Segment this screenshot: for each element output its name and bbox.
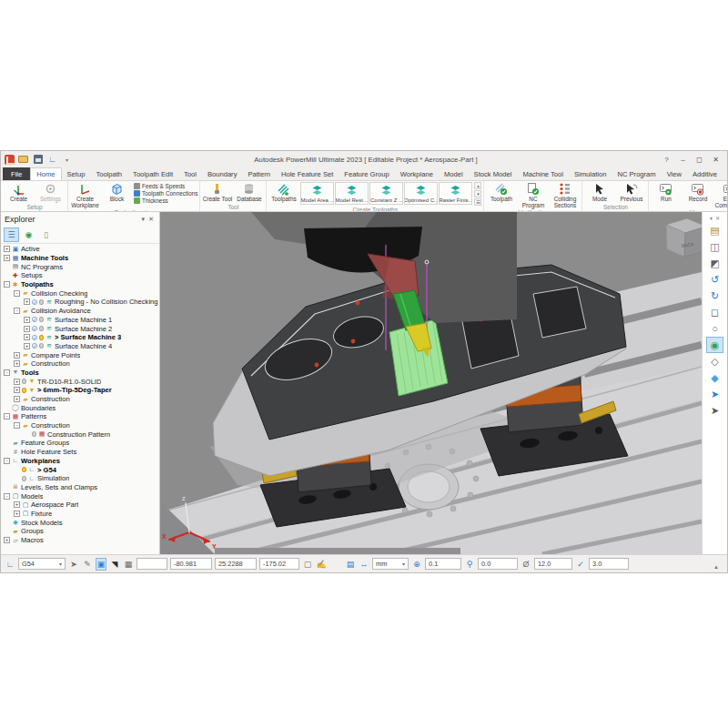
visibility-bulb-icon[interactable]: [22, 379, 26, 384]
shaded-view-button[interactable]: ◆: [706, 369, 723, 386]
view-toolbar-close-button[interactable]: ✕: [715, 215, 720, 221]
tree-expand-toggle[interactable]: +: [14, 501, 20, 508]
selection-previous-button[interactable]: Previous: [616, 182, 646, 203]
tree-item-patterns[interactable]: - Patterns: [1, 412, 159, 421]
wireframe-view-button[interactable]: ◇: [706, 353, 723, 369]
tab-home[interactable]: Home: [30, 167, 61, 180]
verify-toolpath-button[interactable]: Toolpath: [486, 182, 516, 203]
tree-item-construction-toolpaths[interactable]: + Construction: [1, 359, 159, 369]
qat-customize-button[interactable]: ▾: [61, 154, 73, 165]
tab-toolpath-edit[interactable]: Toolpath Edit: [127, 167, 178, 180]
workplane-quick-button[interactable]: ∟: [46, 154, 58, 165]
tab-additive[interactable]: Additive: [687, 167, 723, 180]
block-status-icon[interactable]: ▤: [345, 560, 356, 569]
tab-simulation[interactable]: Simulation: [569, 167, 612, 180]
tree-item-compare-points[interactable]: + Compare Points: [1, 350, 159, 359]
tree-expand-toggle[interactable]: +: [24, 334, 30, 340]
tree-expand-toggle[interactable]: +: [24, 317, 30, 323]
selection-mode-button[interactable]: Mode: [584, 182, 614, 203]
block-button[interactable]: Block: [102, 182, 132, 203]
lock-checkbox-icon[interactable]: ▢: [302, 560, 313, 569]
tree-item-hole-feature-sets[interactable]: Hole Feature Sets: [1, 448, 159, 457]
tree-item-collision-checking[interactable]: - Collision Checking: [1, 288, 159, 298]
tab-view[interactable]: View: [662, 167, 687, 180]
tree-expand-toggle[interactable]: [14, 475, 20, 481]
create-setup-button[interactable]: Create: [4, 182, 34, 203]
tree-item-aerospace-part[interactable]: + Aerospace Part: [1, 500, 159, 510]
strategy-gallery-item[interactable]: Optimised C...: [404, 182, 438, 205]
view-cube[interactable]: BACK: [666, 218, 702, 257]
coordinate-y-field[interactable]: 25.2288: [215, 558, 257, 570]
tree-item-tools[interactable]: - Tools: [1, 369, 159, 378]
tree-expand-toggle[interactable]: +: [14, 352, 20, 359]
tree-expand-toggle[interactable]: [14, 467, 20, 473]
tree-item-surface-machine-4[interactable]: + Surface Machine 4: [1, 342, 159, 351]
tab-workplane[interactable]: Workplane: [395, 167, 439, 180]
tree-expand-toggle[interactable]: [24, 431, 30, 438]
tree-expand-toggle[interactable]: +: [4, 537, 10, 543]
select-previous-button[interactable]: ➤: [706, 402, 723, 419]
tree-item-simulation[interactable]: Simulation: [1, 474, 159, 483]
units-combo[interactable]: mm▾: [372, 558, 409, 570]
tree-expand-toggle[interactable]: +: [24, 326, 30, 332]
tree-expand-toggle[interactable]: -: [4, 413, 10, 420]
tree-expand-toggle[interactable]: [4, 520, 10, 526]
thickness-button[interactable]: Thickness: [134, 197, 197, 204]
help-button[interactable]: ?: [659, 154, 674, 166]
coordinate-z-field[interactable]: -175.02: [259, 558, 299, 570]
tree-expand-toggle[interactable]: -: [14, 308, 20, 314]
tree-item-collision-avoidance[interactable]: - Collision Avoidance: [1, 307, 159, 316]
tree-item-boundaries[interactable]: Boundaries: [1, 403, 159, 412]
visibility-bulb-icon[interactable]: [32, 431, 36, 437]
coordinate-x-field[interactable]: -80.981: [170, 558, 212, 570]
tip-field[interactable]: 3.0: [589, 558, 629, 570]
tree-expand-toggle[interactable]: -: [4, 493, 10, 500]
tool-database-button[interactable]: Database: [234, 182, 264, 203]
visibility-bulb-icon[interactable]: [39, 335, 44, 340]
explorer-pin-button[interactable]: ▾: [140, 216, 147, 223]
cursor-pick-icon[interactable]: ➤: [68, 560, 79, 569]
macro-run-button[interactable]: Run: [651, 182, 681, 203]
verify-nc-program-button[interactable]: NC Program: [518, 182, 548, 208]
select-window-button[interactable]: ➤: [706, 386, 723, 402]
explorer-online-button[interactable]: ◉: [21, 228, 36, 242]
tab-setup[interactable]: Setup: [62, 167, 91, 180]
visibility-bulb-icon[interactable]: [39, 317, 44, 322]
thickness-field[interactable]: 0.0: [478, 558, 518, 570]
tree-expand-toggle[interactable]: +: [4, 255, 10, 261]
tree-item-setups[interactable]: Setups: [1, 271, 159, 280]
minimize-button[interactable]: –: [675, 154, 691, 166]
tree-item-surface-machine-1[interactable]: + Surface Machine 1: [1, 316, 159, 325]
tree-item-nc-programs[interactable]: NC Programs: [1, 262, 159, 271]
tree-item-levels[interactable]: Levels, Sets and Clamps: [1, 483, 159, 492]
viewport-3d[interactable]: BACK X Y Z: [160, 212, 702, 554]
diameter-field[interactable]: 12.0: [534, 558, 572, 570]
multicolor-shading-button[interactable]: ◉: [706, 337, 723, 353]
tab-tool[interactable]: Tool: [178, 167, 202, 180]
visibility-bulb-icon[interactable]: [22, 388, 26, 393]
tree-item-fixture[interactable]: + Fixture: [1, 510, 159, 519]
tree-expand-toggle[interactable]: -: [14, 290, 20, 297]
multi-select-icon[interactable]: ▣: [96, 558, 106, 571]
gallery-expand-button[interactable]: ☰: [474, 198, 481, 206]
close-button[interactable]: ✕: [708, 154, 723, 166]
zoom-window-button[interactable]: ◻: [706, 304, 723, 320]
tab-file[interactable]: File: [3, 167, 30, 180]
tree-item-surface-machine-2[interactable]: + Surface Machine 2: [1, 324, 159, 333]
setup-settings-button[interactable]: Settings: [35, 182, 66, 203]
visibility-bulb-icon[interactable]: [22, 476, 26, 481]
tree-item-workplanes[interactable]: - Workplanes: [1, 457, 159, 466]
gallery-down-button[interactable]: ▾: [474, 190, 481, 197]
explorer-tree-view-button[interactable]: ☰: [4, 228, 19, 242]
restore-button[interactable]: ◻: [692, 154, 707, 166]
create-tool-button[interactable]: Create Tool: [202, 182, 232, 203]
tree-expand-toggle[interactable]: -: [4, 281, 10, 288]
tree-expand-toggle[interactable]: [4, 449, 10, 455]
tree-expand-toggle[interactable]: -: [4, 369, 10, 376]
zoom-previous-button[interactable]: ↺: [706, 271, 723, 288]
tree-item-macros[interactable]: + Macros: [1, 536, 159, 545]
macro-record-button[interactable]: Record: [682, 182, 713, 203]
tree-item-groups[interactable]: Groups: [1, 527, 159, 536]
stretch-icon[interactable]: ↔: [359, 560, 369, 569]
tree-item-toolpaths[interactable]: - Toolpaths: [1, 280, 159, 289]
